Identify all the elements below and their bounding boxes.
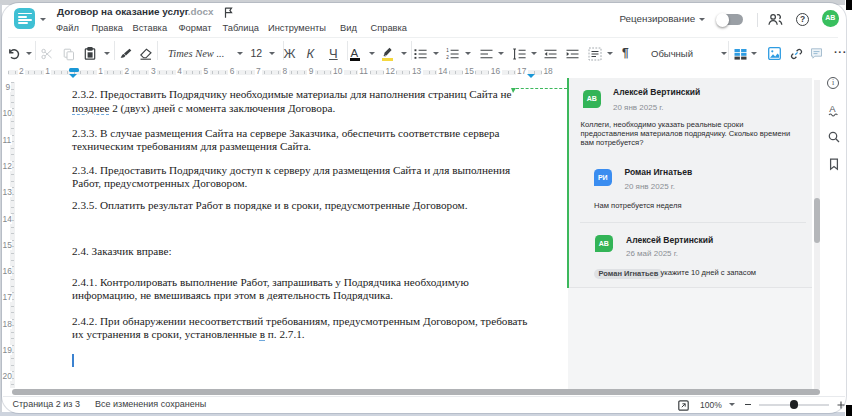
svg-text:2: 2 <box>446 55 449 60</box>
svg-text:1: 1 <box>446 48 449 53</box>
svg-text:A: A <box>829 103 836 114</box>
